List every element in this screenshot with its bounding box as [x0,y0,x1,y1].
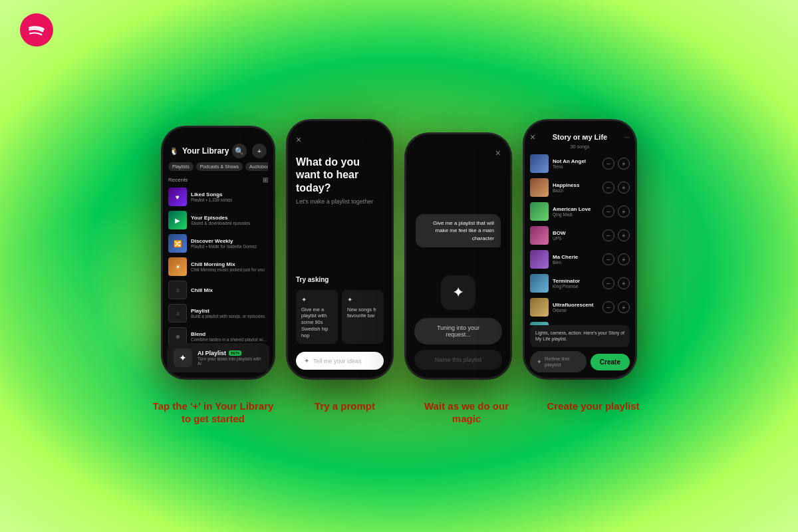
close-button-4[interactable]: × [530,132,535,142]
phone-4: × Story of My Life ··· 30 songs Not An A… [523,120,636,379]
create-playlist-button[interactable]: Create [591,354,630,370]
close-button-2[interactable]: × [296,134,384,145]
phones-row: 🐧 Your Library 🔍 + Playlists Podcasts & … [162,120,636,379]
add-song-4[interactable]: + [618,229,630,241]
add-song-3[interactable]: + [618,205,630,217]
chill-morning-title: Chill Morning Mix [191,261,268,267]
caption-3: Wait as we do our magic [410,400,523,426]
add-song-7[interactable]: + [618,301,630,313]
filter-audiobooks[interactable]: Audiobooks [245,162,268,171]
library-title-row: 🐧 Your Library [170,146,229,156]
ai-playlist-bar[interactable]: ✦ AI Playlist BETA Turn your ideas into … [167,343,269,372]
song-info-3: American Love Qing Madi [553,206,598,217]
phone2-content: × What do you want to hear today? Let's … [288,121,392,378]
remove-song-2[interactable]: − [602,182,614,194]
episodes-info: Your Episodes Saved & downloaded episode… [191,215,268,225]
library-title: Your Library [182,146,229,156]
table-row[interactable]: Ma Cherie Bien − + [530,250,630,269]
song-title-4: BOW [553,230,598,236]
song-list: Not An Angel Tems − + Happiness Bazzi [530,154,630,325]
phone-1: 🐧 Your Library 🔍 + Playlists Podcasts & … [162,126,275,379]
prompt-subheading: Let's make a playlist together [296,198,384,205]
table-row[interactable]: Terminator King Promise − + [530,274,630,293]
phone-3: × Give me a playlist that will make me f… [405,133,511,379]
grid-icon[interactable]: ⊞ [263,176,268,184]
suggestion-card-1[interactable]: ✦ Give me a playlist with some 90s Swedi… [296,290,338,344]
phone1-content: 🐧 Your Library 🔍 + Playlists Podcasts & … [163,128,273,378]
add-song-1[interactable]: + [618,158,630,170]
remove-song-4[interactable]: − [602,229,614,241]
name-playlist-input[interactable]: Name this playlist [414,350,502,370]
song-info-6: Terminator King Promise [553,278,598,289]
search-button[interactable]: 🔍 [232,144,247,158]
song-artist-2: Bazzi [553,188,598,193]
remove-song-1[interactable]: − [602,158,614,170]
song-title-5: Ma Cherie [553,254,598,260]
playlist-song-count: 30 songs [530,144,630,149]
table-row[interactable]: Not An Angel Tems − + [530,154,630,173]
library-header: 🐧 Your Library 🔍 + [168,144,268,158]
table-row[interactable]: Ultrafluorescent Odunsi − + [530,298,630,317]
song-info-4: BOW UPS [553,230,598,241]
song-info-2: Happiness Bazzi [553,182,598,193]
table-row[interactable]: Happiness Bazzi − + [530,178,630,197]
ai-title-row: AI Playlist BETA [198,350,263,356]
episodes-title: Your Episodes [191,215,268,221]
filter-tabs: Playlists Podcasts & Shows Audiobooks Al [168,162,268,171]
table-row[interactable]: American Love Qing Madi − + [530,202,630,221]
song-title-7: Ultrafluorescent [553,302,598,308]
song-artist-4: UPS [553,236,598,241]
playlist-thumb: ♫ [168,304,187,323]
list-item[interactable]: 🔀 Discover Weekly Playlist • Made for Is… [168,234,268,253]
refine-input-placeholder: Refine this playlist [545,356,580,368]
song-actions-5: − + [602,253,630,265]
suggestion-text-2: New songs fr favourite bar [347,307,376,319]
song-actions-2: − + [602,182,630,194]
list-item[interactable]: ☀ Chill Morning Mix Chill Morning music … [168,257,268,276]
caption-2: Try a prompt [292,400,398,426]
list-item[interactable]: ♥ Liked Songs Playlist • 1,338 songs [168,188,268,206]
table-row[interactable]: I Love You Glee, Jesus and The Jean Tou.… [530,322,630,325]
suggestion-cards: ✦ Give me a playlist with some 90s Swedi… [296,290,384,344]
song-actions-1: − + [602,158,630,170]
song-title-3: American Love [553,206,598,212]
prompt-input-icon: ✦ [304,357,309,364]
refine-playlist-input[interactable]: ✦ Refine this playlist [530,351,587,372]
prompt-input-placeholder: Tell me your ideas [313,358,376,364]
discover-subtitle: Playlist • Made for Isabella Gomez [191,244,268,249]
song-thumb-4 [530,226,549,245]
phone3-notch [442,141,475,149]
caption-1: Tap the '+' in Your Library to get start… [147,400,280,426]
song-thumb-8 [530,322,549,325]
list-item[interactable]: ♫ Chill Mix [168,281,268,299]
song-artist-3: Qing Madi [553,212,598,217]
remove-song-6[interactable]: − [602,277,614,289]
recents-header: Recents ⊞ [168,176,268,184]
add-song-2[interactable]: + [618,182,630,194]
list-item[interactable]: ♫ Playlist Build a playlist with songs, … [168,304,268,323]
phone-2: × What do you want to hear today? Let's … [287,120,393,379]
suggestion-card-2[interactable]: ✦ New songs fr favourite bar [342,290,384,344]
remove-song-3[interactable]: − [602,205,614,217]
list-item[interactable]: ▶ Your Episodes Saved & downloaded episo… [168,211,268,229]
add-button[interactable]: + [252,144,267,158]
remove-song-5[interactable]: − [602,253,614,265]
close-button-3[interactable]: × [495,148,501,158]
ai-sparkle-icon: ✦ [174,348,192,367]
table-row[interactable]: BOW UPS − + [530,226,630,245]
prompt-input-bar[interactable]: ✦ Tell me your ideas [296,352,384,370]
add-song-6[interactable]: + [618,277,630,289]
blend-info: Blend Combine tastes in a shared playlis… [191,331,268,342]
song-artist-6: King Promise [553,284,598,289]
chill-thumb: ♫ [168,281,187,299]
add-song-5[interactable]: + [618,253,630,265]
library-emoji: 🐧 [170,147,179,156]
song-thumb-7 [530,298,549,317]
ai-response-message: Lights, camera, action: Here's your Stor… [530,325,630,348]
remove-song-7[interactable]: − [602,301,614,313]
filter-podcasts[interactable]: Podcasts & Shows [196,162,243,171]
more-options-button[interactable]: ··· [624,134,630,141]
library-icons: 🔍 + [232,144,267,158]
filter-playlists[interactable]: Playlists [168,162,194,171]
ai-info: AI Playlist BETA Turn your ideas into pl… [198,350,263,366]
